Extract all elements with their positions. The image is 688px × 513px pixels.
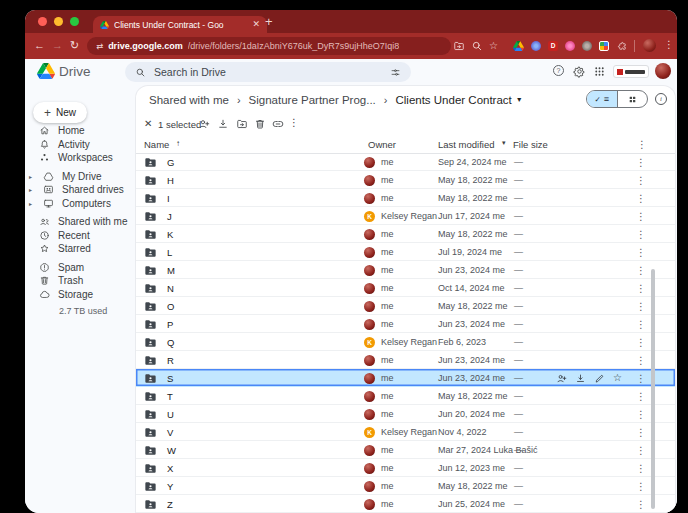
row-more-icon[interactable]: ⋮: [636, 387, 646, 405]
tab-close-icon[interactable]: ✕: [252, 20, 260, 29]
grid-view-button[interactable]: [618, 91, 648, 107]
bookmark-star-icon[interactable]: ☆: [489, 39, 498, 52]
sidebar-item-computers[interactable]: ▸Computers: [25, 197, 135, 211]
drive-logo[interactable]: [37, 63, 55, 79]
search-options-icon[interactable]: [390, 67, 401, 78]
fullscreen-window-button[interactable]: [70, 17, 79, 26]
sidebar-item-recent[interactable]: Recent: [25, 229, 135, 243]
file-row-r[interactable]: R me Jun 23, 2024 me — ⋮: [136, 351, 675, 369]
back-icon[interactable]: ←: [34, 39, 45, 52]
sidebar-item-shared-with-me[interactable]: Shared with me: [25, 215, 135, 229]
forward-icon[interactable]: →: [52, 39, 63, 52]
row-more-icon[interactable]: ⋮: [636, 207, 646, 225]
file-row-t[interactable]: T me May 18, 2022 me — ⋮: [136, 387, 675, 405]
file-row-m[interactable]: M me Jun 23, 2024 me — ⋮: [136, 261, 675, 279]
copy-link-button[interactable]: [272, 118, 284, 130]
sidebar-item-storage[interactable]: Storage: [25, 288, 135, 302]
row-more-icon[interactable]: ⋮: [636, 351, 646, 369]
column-owner[interactable]: Owner: [368, 139, 396, 150]
more-actions-icon[interactable]: ⋮: [289, 117, 299, 128]
extension-d-icon[interactable]: D: [548, 41, 558, 51]
file-row-x[interactable]: X me Jun 12, 2023 me — ⋮: [136, 459, 675, 477]
file-row-k[interactable]: K me May 18, 2022 me — ⋮: [136, 225, 675, 243]
google-apps-icon[interactable]: [593, 65, 606, 78]
close-window-button[interactable]: [38, 17, 47, 26]
row-more-icon[interactable]: ⋮: [636, 171, 646, 189]
row-more-icon[interactable]: ⋮: [636, 243, 646, 261]
row-share-icon[interactable]: [556, 373, 567, 384]
url-bar[interactable]: ⇄ drive.google.com /drive/folders/1daIzA…: [87, 37, 451, 55]
row-more-icon[interactable]: ⋮: [636, 153, 646, 171]
breadcrumb-shared-with-me[interactable]: Shared with me: [149, 94, 229, 106]
zoom-page-icon[interactable]: [471, 40, 483, 52]
file-row-n[interactable]: N me Oct 14, 2024 me — ⋮: [136, 279, 675, 297]
sidebar-item-shared-drives[interactable]: ▸Shared drives: [25, 183, 135, 197]
move-button[interactable]: [236, 118, 248, 130]
sidebar-item-home[interactable]: Home: [25, 124, 135, 138]
breadcrumb-signature-partner[interactable]: Signature Partner Prog...: [249, 94, 376, 106]
file-row-h[interactable]: H me May 18, 2022 me — ⋮: [136, 171, 675, 189]
extension-photos-icon[interactable]: [599, 41, 609, 51]
breadcrumb-current-folder[interactable]: Clients Under Contract ▼: [395, 94, 522, 106]
expand-caret-icon[interactable]: ▸: [29, 186, 35, 193]
file-row-w[interactable]: W me Mar 27, 2024 Luka Bašić — ⋮: [136, 441, 675, 459]
file-row-q[interactable]: Q K Kelsey Regan Feb 6, 2023 — ⋮: [136, 333, 675, 351]
file-row-j[interactable]: J K Kelsey Regan Jun 17, 2024 me — ⋮: [136, 207, 675, 225]
expand-caret-icon[interactable]: ▸: [29, 173, 35, 180]
extensions-puzzle-icon[interactable]: [617, 41, 628, 52]
list-view-button[interactable]: ✓ ≡: [587, 91, 618, 107]
row-more-icon[interactable]: ⋮: [636, 297, 646, 315]
column-file-size[interactable]: File size: [513, 139, 548, 150]
file-row-y[interactable]: Y me May 18, 2022 me — ⋮: [136, 477, 675, 495]
help-icon[interactable]: ?: [553, 65, 564, 76]
row-more-icon[interactable]: ⋮: [636, 423, 646, 441]
download-button[interactable]: [217, 118, 229, 130]
share-button[interactable]: [198, 118, 210, 130]
extension-drive-icon[interactable]: [513, 41, 524, 51]
row-more-icon[interactable]: ⋮: [636, 279, 646, 297]
column-last-modified[interactable]: Last modified: [438, 139, 495, 150]
expand-caret-icon[interactable]: ▸: [29, 200, 35, 207]
sidebar-item-spam[interactable]: Spam: [25, 261, 135, 275]
row-more-icon[interactable]: ⋮: [636, 333, 646, 351]
extension-pink-icon[interactable]: [565, 41, 575, 51]
extension-icon[interactable]: [531, 41, 541, 51]
trash-button[interactable]: [254, 118, 266, 130]
row-download-icon[interactable]: [575, 373, 586, 384]
file-row-g[interactable]: G me Sep 24, 2024 me — ⋮: [136, 153, 675, 171]
file-row-l[interactable]: L me Jul 19, 2024 me — ⋮: [136, 243, 675, 261]
row-more-icon[interactable]: ⋮: [636, 189, 646, 207]
file-row-i[interactable]: I me May 18, 2022 me — ⋮: [136, 189, 675, 207]
sidebar-item-workspaces[interactable]: Workspaces: [25, 151, 135, 165]
browser-tab[interactable]: Clients Under Contract - Goo ✕: [93, 16, 267, 33]
column-options-icon[interactable]: ⋮: [637, 139, 647, 150]
row-more-icon[interactable]: ⋮: [636, 369, 646, 387]
details-info-icon[interactable]: i: [655, 93, 667, 105]
row-more-icon[interactable]: ⋮: [636, 225, 646, 243]
clear-selection-icon[interactable]: ✕: [144, 118, 152, 129]
browser-profile-avatar[interactable]: [643, 39, 656, 52]
settings-gear-icon[interactable]: [573, 65, 586, 78]
sidebar-item-my-drive[interactable]: ▸My Drive: [25, 170, 135, 184]
row-more-icon[interactable]: ⋮: [636, 315, 646, 333]
new-tab-button[interactable]: +: [265, 14, 273, 29]
row-more-icon[interactable]: ⋮: [636, 441, 646, 459]
row-more-icon[interactable]: ⋮: [636, 405, 646, 423]
sidebar-item-starred[interactable]: Starred: [25, 242, 135, 256]
row-more-icon[interactable]: ⋮: [636, 495, 646, 513]
row-more-icon[interactable]: ⋮: [636, 459, 646, 477]
file-row-p[interactable]: P me Jun 23, 2024 me — ⋮: [136, 315, 675, 333]
minimize-window-button[interactable]: [54, 17, 63, 26]
row-rename-pencil-icon[interactable]: [594, 373, 605, 384]
column-name[interactable]: Name: [144, 139, 169, 150]
sort-ascending-icon[interactable]: ↑: [176, 139, 180, 148]
sidebar-item-activity[interactable]: Activity: [25, 138, 135, 152]
file-row-s[interactable]: S me Jun 23, 2024 me — ⋮ ☆: [136, 369, 675, 387]
site-permissions-icon[interactable]: ⇄: [96, 41, 103, 51]
vertical-scrollbar[interactable]: [651, 269, 655, 509]
extension-camera-icon[interactable]: [582, 41, 592, 51]
new-button[interactable]: + New: [33, 102, 87, 123]
file-row-u[interactable]: U me Jun 20, 2024 me — ⋮: [136, 405, 675, 423]
file-row-z[interactable]: Z me Jun 25, 2024 me — ⋮: [136, 495, 675, 513]
file-row-v[interactable]: V K Kelsey Regan Nov 4, 2022 — ⋮: [136, 423, 675, 441]
